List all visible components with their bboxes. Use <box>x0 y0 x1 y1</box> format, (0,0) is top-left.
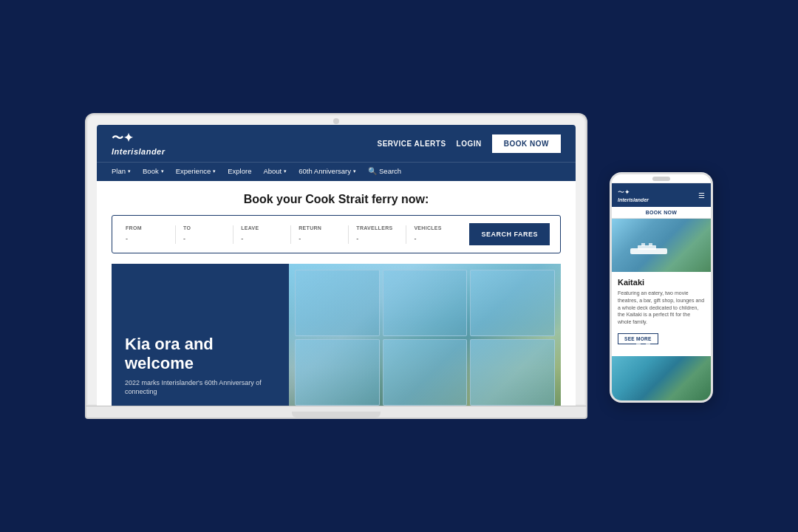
window-pane <box>383 270 468 336</box>
hero-subtitle: 2022 marks Interislander's 60th Annivers… <box>125 378 276 397</box>
hamburger-icon[interactable]: ☰ <box>698 191 705 200</box>
return-label: RETURN <box>299 225 341 231</box>
svg-rect-5 <box>631 344 653 349</box>
chevron-down-icon: ▾ <box>213 168 216 174</box>
nav-search-label: Search <box>379 167 401 175</box>
nav-plan[interactable]: Plan ▾ <box>112 167 131 175</box>
svg-rect-7 <box>646 341 650 345</box>
nav-explore[interactable]: Explore <box>228 167 251 175</box>
nav-explore-label: Explore <box>228 167 251 175</box>
mobile-logo-text: Interislander <box>618 197 649 202</box>
from-field[interactable]: FROM - <box>123 225 176 244</box>
nav-experience[interactable]: Experience ▾ <box>176 167 216 175</box>
booking-title: Book your Cook Strait ferry now: <box>112 193 561 206</box>
search-fares-button[interactable]: SEARCH FARES <box>469 223 550 245</box>
svg-rect-6 <box>636 341 641 345</box>
vehicles-label: VEHICLES <box>414 225 456 231</box>
site-logo: 〜✦ Interislander <box>112 131 166 156</box>
travellers-label: TRAVELLERS <box>356 225 398 231</box>
header-right-actions: SERVICE ALERTS LOGIN BOOK NOW <box>377 134 561 153</box>
mobile-notch <box>652 177 670 181</box>
from-value: - <box>126 235 128 242</box>
leave-value: - <box>241 235 243 242</box>
window-pane <box>470 339 555 406</box>
return-value: - <box>299 235 301 242</box>
hero-image <box>289 264 561 406</box>
nav-plan-label: Plan <box>112 167 126 175</box>
vehicles-value: - <box>414 235 416 242</box>
return-field[interactable]: RETURN - <box>291 225 349 244</box>
laptop-lid: 〜✦ Interislander SERVICE ALERTS LOGIN BO… <box>85 113 587 406</box>
from-label: FROM <box>126 225 168 231</box>
mobile-device: 〜✦ Interislander ☰ BOOK NOW Kaitaki F <box>610 172 713 403</box>
chevron-down-icon: ▾ <box>353 168 356 174</box>
site-header-top: 〜✦ Interislander SERVICE ALERTS LOGIN BO… <box>97 125 576 162</box>
site-main: Book your Cook Strait ferry now: FROM - … <box>97 181 576 406</box>
mobile-header: 〜✦ Interislander ☰ <box>612 183 711 207</box>
chevron-down-icon: ▾ <box>284 168 287 174</box>
logo-text: Interislander <box>112 147 166 156</box>
chevron-down-icon: ▾ <box>161 168 164 174</box>
laptop-camera <box>333 118 339 124</box>
mobile-ship-description: Featuring an eatery, two movie theatres,… <box>618 290 705 326</box>
hero-title: Kia ora and welcome <box>125 335 276 372</box>
login-link[interactable]: LOGIN <box>457 140 482 148</box>
mobile-hero-image <box>612 219 711 272</box>
mobile-logo: 〜✦ Interislander <box>618 188 649 202</box>
window-pane <box>295 270 380 336</box>
laptop-device: 〜✦ Interislander SERVICE ALERTS LOGIN BO… <box>85 113 587 419</box>
book-now-button[interactable]: BOOK NOW <box>492 134 561 153</box>
mobile-second-image <box>612 356 711 400</box>
vehicles-field[interactable]: VEHICLES - <box>406 225 463 244</box>
service-alerts-link[interactable]: SERVICE ALERTS <box>377 140 446 148</box>
window-graphic <box>289 264 561 406</box>
logo-bird-icon: 〜✦ <box>112 131 133 146</box>
ferry-icon <box>627 242 671 257</box>
nav-about[interactable]: About ▾ <box>263 167 287 175</box>
leave-field[interactable]: LEAVE - <box>233 225 291 244</box>
nav-experience-label: Experience <box>176 167 211 175</box>
to-field[interactable]: TO - <box>176 225 233 244</box>
to-value: - <box>183 235 185 242</box>
laptop-base <box>85 406 587 419</box>
search-icon: 🔍 <box>368 167 377 175</box>
to-label: TO <box>183 225 225 231</box>
nav-book-label: Book <box>143 167 159 175</box>
ferry-icon-2 <box>620 341 672 357</box>
scene: 〜✦ Interislander SERVICE ALERTS LOGIN BO… <box>85 113 713 419</box>
mobile-body: 〜✦ Interislander ☰ BOOK NOW Kaitaki F <box>610 172 713 403</box>
svg-rect-3 <box>649 243 652 246</box>
laptop-screen: 〜✦ Interislander SERVICE ALERTS LOGIN BO… <box>97 125 576 406</box>
travellers-field[interactable]: TRAVELLERS - <box>349 225 406 244</box>
nav-search[interactable]: 🔍 Search <box>368 167 401 175</box>
nav-about-label: About <box>263 167 282 175</box>
booking-form: FROM - TO - LEAVE - RETURN <box>112 215 561 253</box>
nav-book[interactable]: Book ▾ <box>143 167 164 175</box>
window-pane <box>383 339 468 406</box>
window-pane <box>470 270 555 336</box>
mobile-book-now-button[interactable]: BOOK NOW <box>612 207 711 219</box>
mobile-notch-bar <box>612 174 711 183</box>
svg-rect-1 <box>638 245 656 250</box>
nav-60th[interactable]: 60th Anniversary ▾ <box>299 167 356 175</box>
chevron-down-icon: ▾ <box>128 168 131 174</box>
travellers-value: - <box>356 235 358 242</box>
site-nav: Plan ▾ Book ▾ Experience ▾ Explore <box>97 162 576 181</box>
mobile-ship-name: Kaitaki <box>618 278 705 287</box>
nav-60th-label: 60th Anniversary <box>299 167 351 175</box>
window-pane <box>295 339 380 406</box>
svg-rect-2 <box>641 243 645 246</box>
leave-label: LEAVE <box>241 225 283 231</box>
hero-content: Kia ora and welcome 2022 marks Interisla… <box>112 264 289 406</box>
hero-section: Kia ora and welcome 2022 marks Interisla… <box>112 264 561 406</box>
